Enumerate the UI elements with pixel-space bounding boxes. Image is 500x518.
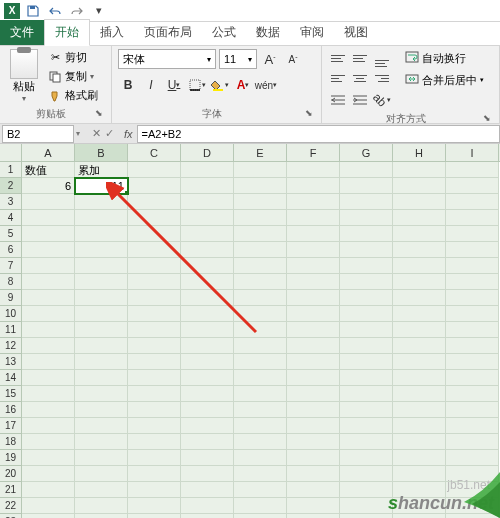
copy-button[interactable]: 复制 ▾ (46, 68, 100, 85)
tab-insert[interactable]: 插入 (90, 20, 134, 45)
paste-button[interactable]: 粘贴 ▾ (6, 49, 42, 105)
row-header-23[interactable]: 23 (0, 514, 22, 518)
cell-H7[interactable] (393, 258, 446, 274)
font-name-select[interactable]: 宋体 ▾ (118, 49, 216, 69)
cell-B8[interactable] (75, 274, 128, 290)
cell-I14[interactable] (446, 370, 499, 386)
cell-A21[interactable] (22, 482, 75, 498)
cell-G12[interactable] (340, 338, 393, 354)
cell-G8[interactable] (340, 274, 393, 290)
cell-E11[interactable] (234, 322, 287, 338)
cell-B4[interactable] (75, 210, 128, 226)
row-header-6[interactable]: 6 (0, 242, 22, 258)
cell-C15[interactable] (128, 386, 181, 402)
column-header-B[interactable]: B (75, 144, 128, 161)
cell-H8[interactable] (393, 274, 446, 290)
cell-B23[interactable] (75, 514, 128, 518)
decrease-font-button[interactable]: Aˇ (283, 49, 303, 69)
paste-dropdown-icon[interactable]: ▾ (22, 94, 26, 103)
row-header-21[interactable]: 21 (0, 482, 22, 498)
bold-button[interactable]: B (118, 75, 138, 95)
row-header-12[interactable]: 12 (0, 338, 22, 354)
cell-H15[interactable] (393, 386, 446, 402)
column-header-G[interactable]: G (340, 144, 393, 161)
cell-D10[interactable] (181, 306, 234, 322)
row-header-11[interactable]: 11 (0, 322, 22, 338)
cell-I10[interactable] (446, 306, 499, 322)
row-header-2[interactable]: 2 (0, 178, 22, 194)
cell-E17[interactable] (234, 418, 287, 434)
cell-D22[interactable] (181, 498, 234, 514)
cell-G23[interactable] (340, 514, 393, 518)
cell-E21[interactable] (234, 482, 287, 498)
cell-F11[interactable] (287, 322, 340, 338)
cell-H11[interactable] (393, 322, 446, 338)
cell-E18[interactable] (234, 434, 287, 450)
cell-C6[interactable] (128, 242, 181, 258)
phonetic-button[interactable]: wén▾ (256, 75, 276, 95)
cell-A3[interactable] (22, 194, 75, 210)
row-header-5[interactable]: 5 (0, 226, 22, 242)
cell-D17[interactable] (181, 418, 234, 434)
cell-B19[interactable] (75, 450, 128, 466)
cell-G21[interactable] (340, 482, 393, 498)
cell-C10[interactable] (128, 306, 181, 322)
cell-E4[interactable] (234, 210, 287, 226)
cell-G17[interactable] (340, 418, 393, 434)
cell-B21[interactable] (75, 482, 128, 498)
column-header-E[interactable]: E (234, 144, 287, 161)
cell-G20[interactable] (340, 466, 393, 482)
cell-F1[interactable] (287, 162, 340, 178)
cell-G7[interactable] (340, 258, 393, 274)
cell-B3[interactable] (75, 194, 128, 210)
tab-view[interactable]: 视图 (334, 20, 378, 45)
redo-icon[interactable] (68, 2, 86, 20)
cell-E1[interactable] (234, 162, 287, 178)
cell-C21[interactable] (128, 482, 181, 498)
cell-I7[interactable] (446, 258, 499, 274)
cell-I11[interactable] (446, 322, 499, 338)
cell-B22[interactable] (75, 498, 128, 514)
cell-H1[interactable] (393, 162, 446, 178)
cell-D3[interactable] (181, 194, 234, 210)
cell-A5[interactable] (22, 226, 75, 242)
undo-icon[interactable] (46, 2, 64, 20)
cell-I13[interactable] (446, 354, 499, 370)
cell-C12[interactable] (128, 338, 181, 354)
cell-C4[interactable] (128, 210, 181, 226)
cell-F3[interactable] (287, 194, 340, 210)
row-header-13[interactable]: 13 (0, 354, 22, 370)
cell-A13[interactable] (22, 354, 75, 370)
customize-qat-icon[interactable]: ▾ (90, 2, 108, 20)
cell-B6[interactable] (75, 242, 128, 258)
cell-A16[interactable] (22, 402, 75, 418)
cell-D12[interactable] (181, 338, 234, 354)
name-box-dropdown-icon[interactable]: ▾ (76, 129, 86, 138)
cell-G1[interactable] (340, 162, 393, 178)
cell-H4[interactable] (393, 210, 446, 226)
cell-H19[interactable] (393, 450, 446, 466)
row-header-16[interactable]: 16 (0, 402, 22, 418)
tab-home[interactable]: 开始 (44, 19, 90, 46)
cell-F15[interactable] (287, 386, 340, 402)
cell-F10[interactable] (287, 306, 340, 322)
cell-I18[interactable] (446, 434, 499, 450)
cell-I15[interactable] (446, 386, 499, 402)
cell-I1[interactable] (446, 162, 499, 178)
cell-E23[interactable] (234, 514, 287, 518)
underline-button[interactable]: U▾ (164, 75, 184, 95)
cell-H13[interactable] (393, 354, 446, 370)
row-header-9[interactable]: 9 (0, 290, 22, 306)
cell-D4[interactable] (181, 210, 234, 226)
cell-H23[interactable] (393, 514, 446, 518)
cell-D18[interactable] (181, 434, 234, 450)
cell-H18[interactable] (393, 434, 446, 450)
column-header-H[interactable]: H (393, 144, 446, 161)
wrap-text-button[interactable]: 自动换行 (402, 49, 487, 67)
cell-F6[interactable] (287, 242, 340, 258)
cell-F19[interactable] (287, 450, 340, 466)
cell-E20[interactable] (234, 466, 287, 482)
row-header-15[interactable]: 15 (0, 386, 22, 402)
cell-F22[interactable] (287, 498, 340, 514)
cell-A20[interactable] (22, 466, 75, 482)
